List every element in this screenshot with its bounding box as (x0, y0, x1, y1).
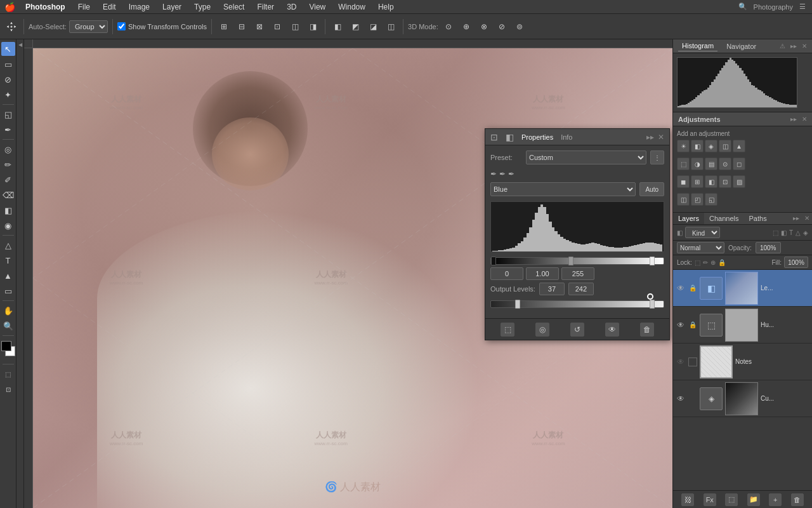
path-tool[interactable]: △ (1, 238, 15, 252)
show-transform-controls-checkbox[interactable] (117, 22, 126, 30)
blend-mode-select[interactable]: Normal Multiply Screen (677, 242, 724, 253)
adj-hsl-btn[interactable]: ⬚ (677, 157, 690, 170)
adj-invert-btn[interactable]: ◼ (677, 175, 690, 188)
adj-bw-btn[interactable]: ▤ (705, 157, 717, 170)
align-right-btn[interactable]: ⊠ (252, 19, 267, 34)
fill-input[interactable] (784, 257, 808, 268)
filter-pixel-icon[interactable]: ⬚ (773, 229, 778, 236)
filter-type-icon[interactable]: T (789, 229, 793, 236)
eyedropper-2-icon[interactable]: ✒ (499, 170, 506, 178)
shape-tool[interactable]: ▭ (1, 284, 15, 298)
distribute-h-btn[interactable]: ◧ (330, 19, 345, 34)
align-left-btn[interactable]: ⊞ (216, 19, 232, 34)
layer-3-visibility[interactable]: 👁 (676, 394, 686, 404)
layers-expand-icon[interactable]: ▸▸ (790, 213, 802, 224)
adjustment-icon[interactable]: ⊡ (490, 132, 498, 142)
properties-tab[interactable]: Properties (521, 133, 553, 141)
channels-tab[interactable]: Channels (704, 213, 743, 224)
marquee-tool[interactable]: ▭ (1, 57, 15, 71)
3d-mode-2[interactable]: ⊕ (459, 19, 474, 34)
align-center-btn[interactable]: ⊟ (234, 19, 249, 34)
adj-vibrance-btn[interactable]: ▲ (733, 140, 745, 152)
filter-adj-icon[interactable]: ◧ (781, 229, 787, 236)
input-mid-value[interactable]: 1.00 (526, 267, 559, 280)
distribute-h2-btn[interactable]: ◪ (365, 19, 381, 34)
search-icon[interactable]: 🔍 (738, 3, 747, 11)
layer-row-3[interactable]: 👁 ◈ Cu... (673, 380, 812, 417)
layer-0-visibility[interactable]: 👁 (676, 283, 686, 293)
adj-colorbal-btn[interactable]: ◑ (691, 157, 704, 170)
toggle-visibility-btn[interactable]: 👁 (605, 323, 619, 337)
foreground-color[interactable] (1, 341, 11, 351)
add-clip-btn[interactable]: ⬚ (501, 323, 514, 337)
crop-tool[interactable]: ◱ (1, 107, 15, 121)
menu-window[interactable]: Window (332, 0, 372, 14)
adj-pattern-btn[interactable]: ◫ (677, 193, 690, 206)
adj-poster-btn[interactable]: ⊞ (691, 175, 704, 188)
navigator-tab[interactable]: Navigator (723, 41, 760, 51)
adj-levels-btn[interactable]: ◧ (691, 140, 704, 152)
layer-row-1[interactable]: 👁 🔒 ⬚ Hu... (673, 307, 812, 344)
zoom-tool[interactable]: 🔍 (1, 319, 15, 333)
gradient-tool[interactable]: ◧ (1, 203, 15, 217)
adj-thresh-btn[interactable]: ◧ (705, 175, 717, 188)
type-tool[interactable]: T (1, 253, 15, 267)
list-icon[interactable]: ☰ (799, 3, 806, 11)
close-icon[interactable]: ✕ (658, 133, 664, 142)
menu-layer[interactable]: Layer (156, 0, 188, 14)
canvas-area[interactable]: 人人素材 www.rr-sc.com 人人素材 www.rr-sc.com 人人… (24, 39, 672, 508)
adj-channel-btn[interactable]: ◻ (733, 157, 745, 170)
auto-select-dropdown[interactable]: Group Layer (69, 20, 108, 33)
layer-row-0[interactable]: 👁 🔒 ◧ Le... (673, 270, 812, 307)
new-group-btn[interactable]: 📁 (747, 493, 760, 506)
lasso-tool[interactable]: ⊘ (1, 72, 15, 86)
clone-tool[interactable]: ✐ (1, 173, 15, 187)
adj-solidcolor-btn[interactable]: ◰ (691, 193, 704, 206)
options-btn[interactable]: ⋮ (650, 150, 664, 164)
spot-heal-tool[interactable]: ◎ (1, 142, 15, 156)
preset-select[interactable]: Custom Default (526, 150, 646, 164)
menu-select[interactable]: Select (217, 0, 251, 14)
input-white-value[interactable]: 255 (561, 267, 594, 280)
layers-tab[interactable]: Layers (673, 213, 704, 224)
left-panel-collapse[interactable]: ◀ (16, 39, 24, 508)
3d-mode-4[interactable]: ⊘ (494, 19, 509, 34)
align-bottom-btn[interactable]: ◨ (305, 19, 320, 34)
3d-mode-1[interactable]: ⊙ (441, 19, 456, 34)
output-high-value[interactable]: 242 (568, 283, 594, 295)
output-low-thumb[interactable] (515, 300, 520, 309)
layer-2-visibility[interactable]: 👁 (676, 357, 686, 367)
eyedropper-3-icon[interactable]: ✒ (508, 170, 514, 178)
adjustments-expand-icon[interactable]: ▸▸ (790, 116, 797, 123)
input-black-thumb[interactable] (491, 257, 496, 265)
layers-close-icon[interactable]: ✕ (802, 213, 812, 224)
input-black-value[interactable]: 0 (490, 267, 523, 280)
output-high-thumb[interactable] (650, 300, 655, 309)
layer-row-2[interactable]: 👁 Notes (673, 344, 812, 380)
eyedropper-tool[interactable]: ✒ (1, 123, 15, 137)
adj-gradient-btn[interactable]: ▨ (733, 175, 745, 188)
hand-tool[interactable]: ✋ (1, 304, 15, 318)
screen-mode-btn[interactable]: ⊡ (1, 382, 15, 396)
align-top-btn[interactable]: ⊡ (270, 19, 285, 34)
adj-exposure-btn[interactable]: ◫ (719, 140, 731, 152)
expand-icon[interactable]: ▸▸ (646, 133, 654, 142)
delete-btn[interactable]: 🗑 (640, 323, 654, 337)
panel-expand-icon[interactable]: ▸▸ (790, 43, 797, 50)
levels-icon-header[interactable]: ◧ (506, 132, 514, 142)
align-middle-btn[interactable]: ◫ (287, 19, 303, 34)
input-white-thumb[interactable] (650, 257, 655, 265)
link-layers-btn[interactable]: ⛓ (681, 493, 694, 506)
input-mid-thumb[interactable] (568, 257, 573, 265)
show-transform-controls-label[interactable]: Show Transform Controls (117, 22, 207, 30)
output-low-value[interactable]: 37 (539, 283, 565, 295)
lock-image-icon[interactable]: ✏ (703, 259, 708, 266)
menu-help[interactable]: Help (372, 0, 400, 14)
move-tool[interactable]: ↖ (1, 42, 15, 56)
adj-photo-btn[interactable]: ⊙ (719, 157, 731, 170)
menu-3d[interactable]: 3D (280, 0, 303, 14)
menu-view[interactable]: View (303, 0, 332, 14)
move-tool-btn[interactable] (4, 19, 19, 34)
filter-smart-icon[interactable]: ◈ (803, 229, 808, 236)
filter-shape-icon[interactable]: △ (796, 229, 801, 236)
